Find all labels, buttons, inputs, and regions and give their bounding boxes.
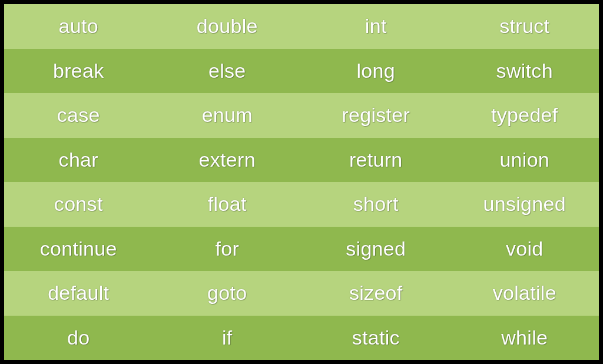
table-cell: void: [450, 227, 599, 272]
table-cell: do: [4, 316, 153, 360]
table-cell: int: [302, 4, 450, 49]
table-cell: while: [450, 316, 599, 360]
table-cell: float: [153, 182, 302, 227]
table-cell: char: [4, 138, 153, 183]
table-row: char extern return union: [4, 138, 599, 183]
table-cell: default: [4, 271, 153, 316]
table-cell: goto: [153, 271, 302, 316]
table-cell: enum: [153, 93, 302, 138]
table-cell: static: [302, 316, 450, 360]
keywords-table: auto double int struct break else long s…: [2, 2, 601, 362]
table-cell: typedef: [450, 93, 599, 138]
table-row: const float short unsigned: [4, 182, 599, 227]
table-cell: volatile: [450, 271, 599, 316]
table-cell: signed: [302, 227, 450, 272]
table-cell: register: [302, 93, 450, 138]
table-row: default goto sizeof volatile: [4, 271, 599, 316]
table-cell: else: [153, 49, 302, 94]
table-cell: continue: [4, 227, 153, 272]
table-cell: return: [302, 138, 450, 183]
table-cell: union: [450, 138, 599, 183]
table-cell: if: [153, 316, 302, 360]
table-cell: long: [302, 49, 450, 94]
table-row: do if static while: [4, 316, 599, 360]
table-cell: extern: [153, 138, 302, 183]
table-cell: const: [4, 182, 153, 227]
table-cell: double: [153, 4, 302, 49]
table-row: break else long switch: [4, 49, 599, 94]
table-cell: switch: [450, 49, 599, 94]
table-cell: short: [302, 182, 450, 227]
table-cell: struct: [450, 4, 599, 49]
table-cell: for: [153, 227, 302, 272]
table-cell: break: [4, 49, 153, 94]
table-row: continue for signed void: [4, 227, 599, 272]
table-row: auto double int struct: [4, 4, 599, 49]
table-row: case enum register typedef: [4, 93, 599, 138]
table-cell: case: [4, 93, 153, 138]
table-cell: unsigned: [450, 182, 599, 227]
table-cell: auto: [4, 4, 153, 49]
table-cell: sizeof: [302, 271, 450, 316]
